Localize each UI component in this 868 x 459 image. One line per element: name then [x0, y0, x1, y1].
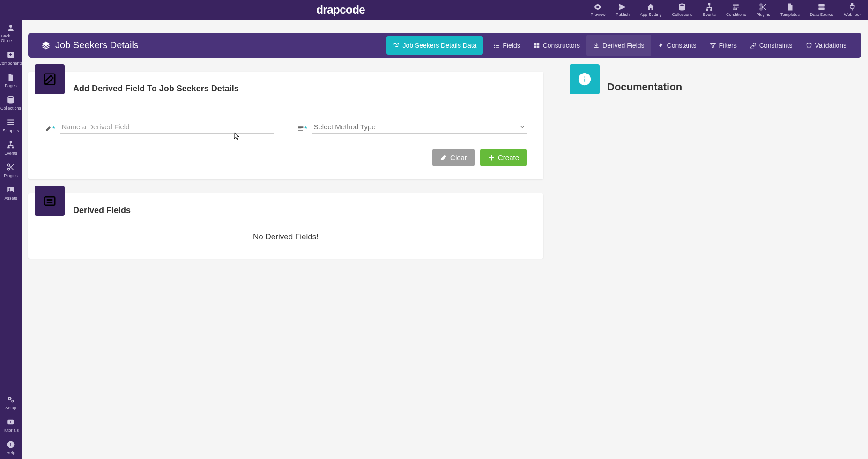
sidebar-label: Tutorials: [3, 428, 19, 433]
derived-field-name-input[interactable]: [60, 120, 274, 134]
topbar-app-setting[interactable]: App Setting: [635, 2, 667, 18]
top-bar: drapcode PreviewPublishApp SettingCollec…: [0, 0, 868, 20]
info-icon: [7, 440, 15, 449]
list-badge: [35, 186, 65, 216]
topbar-label: Templates: [780, 12, 800, 17]
tab-derived-fields[interactable]: Derived Fields: [586, 35, 651, 56]
scissors-icon: [7, 163, 15, 171]
empty-message: No Derived Fields!: [28, 221, 543, 259]
sidebar-events[interactable]: Events: [0, 137, 22, 159]
topbar-conditions[interactable]: Conditions: [721, 2, 751, 18]
clear-button[interactable]: Clear: [432, 149, 475, 166]
form-heading: Add Derived Field To Job Seekers Details: [28, 72, 543, 99]
sidebar-pages[interactable]: Pages: [0, 69, 22, 92]
main-content: Job Seekers Details Job Seekers Details …: [22, 20, 868, 459]
layers-icon: [41, 41, 51, 50]
create-button[interactable]: Create: [480, 149, 527, 166]
left-sidebar: Back OfficeComponentsPagesCollectionsSni…: [0, 20, 22, 459]
sidebar-label: Help: [7, 451, 15, 455]
plus-box-icon: [7, 51, 15, 59]
tab-label: Filters: [719, 42, 737, 49]
tab-fields[interactable]: Fields: [487, 35, 527, 56]
topbar-collections[interactable]: Collections: [667, 2, 697, 18]
topbar-webhook[interactable]: Webhook: [839, 2, 866, 18]
chevron-down-icon: [519, 124, 526, 130]
fields-icon: [493, 42, 500, 49]
topbar-label: Collections: [672, 12, 692, 17]
sidebar-collections[interactable]: Collections: [0, 92, 22, 114]
topbar-label: Events: [703, 12, 716, 17]
tab-label: Derived Fields: [602, 42, 644, 49]
scissors-icon: [759, 3, 767, 11]
grid-icon: [534, 42, 540, 49]
import-icon: [593, 42, 600, 49]
add-derived-field-card: Add Derived Field To Job Seekers Details…: [28, 72, 543, 179]
database-icon: [7, 96, 15, 104]
home-icon: [646, 3, 655, 11]
documentation-card: Documentation: [570, 72, 729, 93]
tab-label: Fields: [503, 42, 520, 49]
topbar-label: Plugins: [757, 12, 771, 17]
plus-icon: [488, 154, 495, 162]
cogs-icon: [7, 395, 15, 404]
sidebar-label: Setup: [5, 406, 16, 410]
server-icon: [817, 3, 826, 11]
tab-constants[interactable]: Constants: [651, 35, 703, 56]
bars-icon: [7, 118, 15, 126]
topbar-label: Data Source: [810, 12, 833, 17]
image-icon: [7, 185, 15, 194]
user-icon: [7, 23, 15, 32]
brand-logo: drapcode: [96, 3, 586, 16]
sidebar-plugins[interactable]: Plugins: [0, 159, 22, 182]
sliders-icon: [732, 3, 740, 11]
tab-label: Job Seekers Details Data: [402, 42, 476, 49]
name-field: *: [45, 120, 274, 134]
sidebar-components[interactable]: Components: [0, 47, 22, 69]
sidebar-label: Assets: [4, 196, 17, 200]
sidebar-label: Plugins: [4, 173, 18, 178]
eraser-icon: [440, 154, 447, 162]
clear-label: Clear: [450, 154, 467, 162]
topbar-label: Conditions: [726, 12, 746, 17]
sidebar-help[interactable]: Help: [0, 437, 22, 459]
link-icon: [750, 42, 757, 49]
file-icon: [786, 3, 794, 11]
method-placeholder: Select Method Type: [313, 123, 375, 131]
sidebar-label: Back Office: [1, 34, 21, 43]
sidebar-snippets[interactable]: Snippets: [0, 114, 22, 137]
tab-constructors[interactable]: Constructors: [527, 35, 586, 56]
tab-filters[interactable]: Filters: [703, 35, 743, 56]
list-icon: [43, 194, 57, 208]
topbar-plugins[interactable]: Plugins: [752, 2, 775, 18]
tab-validations[interactable]: Validations: [799, 35, 853, 56]
sidebar-label: Pages: [5, 83, 17, 88]
play-icon: [7, 418, 15, 426]
page-tabs: Job Seekers Details DataFieldsConstructo…: [386, 35, 853, 56]
bolt-icon: [658, 42, 664, 49]
tab-constraints[interactable]: Constraints: [743, 35, 799, 56]
edit-badge: [35, 64, 65, 94]
sidebar-setup[interactable]: Setup: [0, 392, 22, 414]
sidebar-assets[interactable]: Assets: [0, 182, 22, 204]
sitemap-icon: [705, 3, 713, 11]
edit-icon: [43, 72, 57, 86]
topbar-publish[interactable]: Publish: [611, 2, 634, 18]
list-lines-icon: *: [297, 125, 307, 134]
topbar-templates[interactable]: Templates: [776, 2, 804, 18]
sidebar-label: Collections: [0, 106, 21, 111]
plug-icon: [848, 3, 857, 11]
sidebar-tutorials[interactable]: Tutorials: [0, 414, 22, 437]
tab-job-seekers-details-data[interactable]: Job Seekers Details Data: [386, 36, 483, 55]
database-icon: [678, 3, 686, 11]
tab-label: Constructors: [543, 42, 580, 49]
external-icon: [393, 42, 400, 49]
create-label: Create: [498, 154, 519, 162]
topbar-events[interactable]: Events: [698, 2, 721, 18]
method-type-select[interactable]: Select Method Type: [312, 120, 527, 134]
sidebar-back-office[interactable]: Back Office: [0, 20, 22, 47]
topbar-data-source[interactable]: Data Source: [805, 2, 838, 18]
sidebar-label: Components: [0, 61, 23, 66]
topbar-preview[interactable]: Preview: [586, 2, 610, 18]
topbar-label: Publish: [616, 12, 630, 17]
sitemap-icon: [7, 141, 15, 149]
